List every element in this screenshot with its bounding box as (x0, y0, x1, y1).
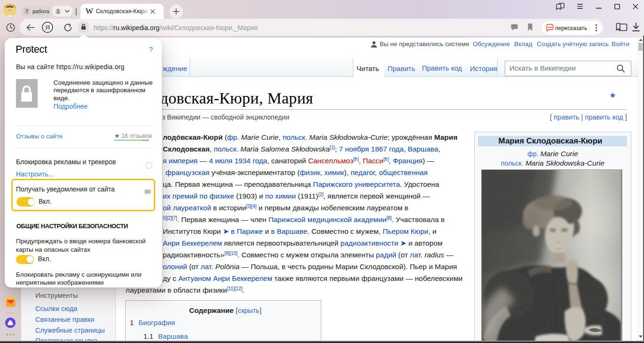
svg-text:««: «« (548, 24, 552, 30)
svg-text:Я: Я (45, 24, 50, 31)
svg-text:1: 1 (57, 8, 60, 14)
